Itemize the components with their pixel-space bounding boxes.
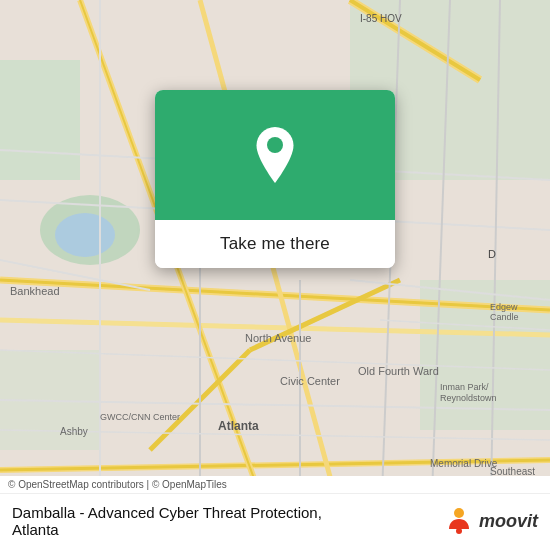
location-title: Damballa - Advanced Cyber Threat Protect… bbox=[12, 504, 431, 538]
moovit-icon bbox=[443, 505, 475, 537]
map-container: Bankhead North Avenue Civic Center Old F… bbox=[0, 0, 550, 550]
svg-text:Ashby: Ashby bbox=[60, 426, 88, 437]
map-roads: Bankhead North Avenue Civic Center Old F… bbox=[0, 0, 550, 550]
moovit-text: moovit bbox=[479, 511, 538, 532]
svg-text:Atlanta: Atlanta bbox=[218, 419, 259, 433]
svg-text:GWCC/CNN Center: GWCC/CNN Center bbox=[100, 412, 180, 422]
moovit-logo: moovit bbox=[443, 505, 538, 537]
svg-text:vista Ro...: vista Ro... bbox=[480, 0, 520, 2]
svg-text:Reynoldstown: Reynoldstown bbox=[440, 393, 497, 403]
svg-text:I-85 HOV: I-85 HOV bbox=[360, 13, 402, 24]
svg-point-48 bbox=[267, 137, 283, 153]
bottom-bar: © OpenStreetMap contributors | © OpenMap… bbox=[0, 476, 550, 550]
location-pin-icon bbox=[251, 127, 299, 183]
svg-text:Inman Park/: Inman Park/ bbox=[440, 382, 489, 392]
svg-text:D: D bbox=[488, 248, 496, 260]
svg-text:Old Fourth Ward: Old Fourth Ward bbox=[358, 365, 439, 377]
svg-point-5 bbox=[55, 213, 115, 257]
location-info: Damballa - Advanced Cyber Threat Protect… bbox=[0, 494, 550, 550]
svg-text:Memorial Drive: Memorial Drive bbox=[430, 458, 498, 469]
popup-card: Take me there bbox=[155, 90, 395, 268]
map-attribution: © OpenStreetMap contributors | © OpenMap… bbox=[0, 476, 550, 494]
svg-text:Civic Center: Civic Center bbox=[280, 375, 340, 387]
take-me-there-button[interactable]: Take me there bbox=[155, 220, 395, 268]
svg-point-50 bbox=[456, 528, 462, 534]
svg-text:Bankhead: Bankhead bbox=[10, 285, 60, 297]
svg-text:North Avenue: North Avenue bbox=[245, 332, 311, 344]
svg-text:Edgew: Edgew bbox=[490, 302, 518, 312]
popup-green-area bbox=[155, 90, 395, 220]
svg-rect-0 bbox=[0, 60, 80, 180]
svg-text:Candle: Candle bbox=[490, 312, 519, 322]
svg-point-49 bbox=[454, 508, 464, 518]
